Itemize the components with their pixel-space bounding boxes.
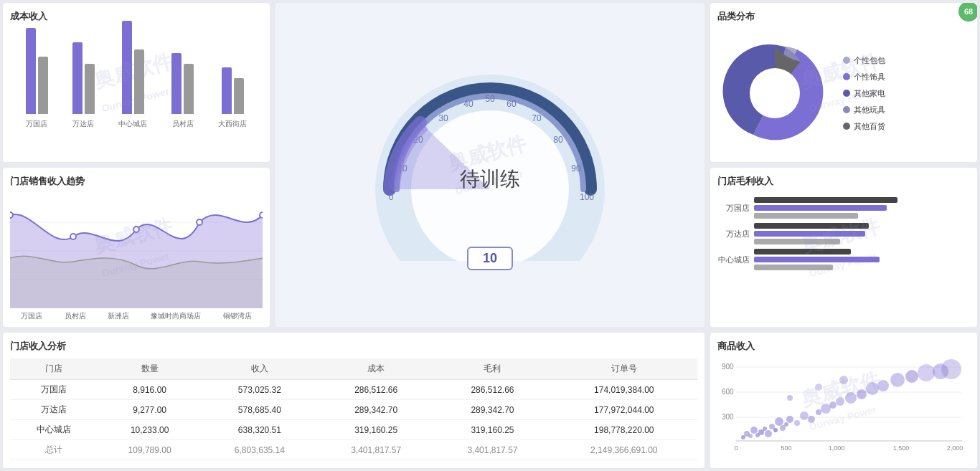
bar-group-5: 大西街店 bbox=[218, 67, 247, 129]
bar-label-4: 员村店 bbox=[172, 119, 194, 129]
legend-item-2: 个性饰具 bbox=[843, 72, 885, 82]
td-margin-total: 3,401,817.57 bbox=[434, 440, 550, 460]
svg-point-66 bbox=[941, 359, 961, 379]
svg-point-60 bbox=[866, 382, 879, 395]
gauge-panel: 奥威软件Ourway Power 0 10 20 30 bbox=[275, 3, 705, 327]
bar-revenue-4 bbox=[171, 53, 182, 114]
gauge-container: 0 10 20 30 40 50 60 70 80 90 1 bbox=[354, 60, 626, 270]
legend-item-4: 其他玩具 bbox=[843, 105, 885, 115]
td-rev-total: 6,803,635.14 bbox=[202, 440, 318, 460]
hbar-label-3: 中心城店 bbox=[717, 254, 750, 265]
hbar-purple-3 bbox=[754, 257, 880, 262]
svg-point-64 bbox=[918, 364, 935, 381]
store-analysis-title: 门店收入分析 bbox=[10, 340, 697, 353]
legend-item-3: 其他家电 bbox=[843, 88, 885, 99]
svg-point-21 bbox=[133, 227, 139, 232]
hbar-row-1: 万国店 bbox=[717, 197, 970, 219]
store-margin-title: 门店毛利收入 bbox=[717, 175, 970, 188]
hbar-bars-2 bbox=[754, 223, 869, 244]
store-trend-panel: 奥威软件Ourway Power 门店销售收入趋势 bbox=[3, 168, 270, 327]
svg-point-54 bbox=[816, 409, 821, 415]
pie-legend: 个性包包 个性饰具 其他家电 其他玩具 其他百货 bbox=[843, 55, 885, 132]
td-cost-total: 3,401,817.57 bbox=[318, 440, 434, 460]
th-revenue: 收入 bbox=[202, 358, 318, 380]
svg-text:0: 0 bbox=[734, 444, 738, 452]
svg-point-49 bbox=[784, 422, 788, 427]
td-qty-2: 9,277.00 bbox=[98, 400, 202, 420]
hbar-bars-1 bbox=[754, 197, 897, 219]
svg-point-48 bbox=[780, 425, 786, 431]
td-store-total: 总计 bbox=[10, 440, 98, 460]
legend-item-1: 个性包包 bbox=[843, 55, 885, 66]
gauge-svg: 0 10 20 30 40 50 60 70 80 90 1 bbox=[354, 60, 626, 261]
legend-dot-4 bbox=[843, 106, 850, 113]
hbar-gray-2 bbox=[754, 239, 840, 244]
svg-text:600: 600 bbox=[722, 388, 734, 396]
svg-point-68 bbox=[787, 395, 793, 401]
svg-point-15 bbox=[750, 68, 800, 118]
bar-label-3: 中心城店 bbox=[118, 119, 147, 129]
table-row: 万达店 9,277.00 578,685.40 289,342.70 289,3… bbox=[10, 400, 697, 420]
td-rev-2: 578,685.40 bbox=[202, 400, 318, 420]
svg-text:40: 40 bbox=[463, 99, 473, 109]
svg-point-53 bbox=[808, 416, 815, 423]
hbar-purple-2 bbox=[754, 231, 865, 237]
svg-point-23 bbox=[260, 212, 263, 218]
bar-group-1: 万国店 bbox=[26, 28, 48, 129]
svg-point-20 bbox=[70, 234, 76, 239]
td-qty-total: 109,789.00 bbox=[98, 440, 202, 460]
svg-text:900: 900 bbox=[722, 363, 734, 371]
bar-cost-3 bbox=[134, 49, 144, 114]
bar-group-4: 员村店 bbox=[171, 53, 194, 129]
legend-label-4: 其他玩具 bbox=[854, 105, 885, 115]
td-store-1: 万国店 bbox=[10, 380, 98, 400]
dashboard: 奥威软件Ourway Power 成本收入 万国店 万达店 bbox=[0, 0, 980, 471]
td-margin-3: 319,160.25 bbox=[434, 420, 550, 440]
hbar-gray-3 bbox=[754, 265, 833, 270]
pie-svg bbox=[717, 36, 832, 151]
svg-point-67 bbox=[815, 384, 822, 391]
table-total-row: 总计 109,789.00 6,803,635.14 3,401,817.57 … bbox=[10, 440, 697, 460]
bar-cost-1 bbox=[38, 57, 48, 114]
svg-point-46 bbox=[773, 428, 778, 432]
hbar-gray-1 bbox=[754, 213, 858, 219]
store-margin-panel: 奥威软件Ourway Power 门店毛利收入 万国店 万达店 bbox=[710, 168, 977, 327]
td-store-2: 万达店 bbox=[10, 400, 98, 420]
product-revenue-panel: 奥威软件Ourway Power 商品收入 900 600 300 0 500 … bbox=[710, 333, 977, 468]
scatter-area: 900 600 300 0 500 1,000 1,500 2,000 bbox=[717, 358, 970, 444]
svg-point-44 bbox=[765, 430, 772, 437]
svg-text:300: 300 bbox=[722, 413, 734, 421]
svg-point-51 bbox=[794, 420, 800, 426]
legend-label-1: 个性包包 bbox=[854, 55, 885, 66]
table-row: 万国店 8,916.00 573,025.32 286,512.66 286,5… bbox=[10, 380, 697, 400]
line-chart-svg bbox=[10, 194, 263, 308]
th-cost: 成本 bbox=[318, 358, 434, 380]
hbar-label-2: 万达店 bbox=[717, 229, 750, 239]
gauge-value: 10 bbox=[467, 247, 513, 270]
svg-point-43 bbox=[763, 427, 767, 431]
bar-label-5: 大西街店 bbox=[218, 119, 247, 129]
svg-point-55 bbox=[821, 404, 831, 414]
bar-revenue-5 bbox=[222, 67, 232, 114]
svg-point-62 bbox=[890, 373, 905, 387]
td-rev-1: 573,025.32 bbox=[202, 380, 318, 400]
td-cost-1: 286,512.66 bbox=[318, 380, 434, 400]
td-qty-3: 10,233.00 bbox=[98, 420, 202, 440]
svg-text:2,000: 2,000 bbox=[947, 444, 963, 452]
svg-text:1,000: 1,000 bbox=[829, 444, 845, 452]
svg-point-63 bbox=[905, 370, 918, 383]
category-dist-title: 品类分布 bbox=[717, 10, 970, 23]
svg-point-58 bbox=[845, 392, 857, 404]
legend-label-3: 其他家电 bbox=[854, 88, 885, 99]
bar-group-2: 万达店 bbox=[72, 42, 95, 129]
bar-revenue-2 bbox=[72, 42, 83, 114]
line-chart-area bbox=[10, 194, 263, 308]
store-analysis-table: 门店 数量 收入 成本 毛利 订单号 万国店 8,916.00 573,025.… bbox=[10, 358, 697, 460]
svg-point-40 bbox=[750, 427, 758, 434]
th-store: 门店 bbox=[10, 358, 98, 380]
table-header-row: 门店 数量 收入 成本 毛利 订单号 bbox=[10, 358, 697, 380]
legend-dot-2 bbox=[843, 73, 850, 80]
table-row: 中心城店 10,233.00 638,320.51 319,160.25 319… bbox=[10, 420, 697, 440]
svg-point-45 bbox=[769, 424, 775, 429]
bar-revenue-1 bbox=[26, 28, 36, 114]
